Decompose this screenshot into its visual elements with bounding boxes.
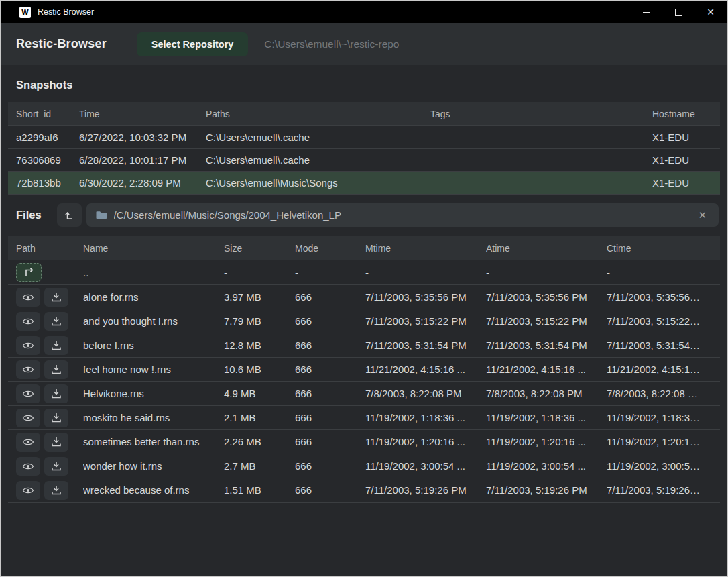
file-ctime: 11/19/2002, 3:00:54 ...: [607, 460, 712, 472]
snapshot-paths: C:\Users\emuell\.cache: [206, 132, 430, 143]
download-file-button[interactable]: [44, 312, 68, 331]
snapshot-row[interactable]: 76306869 6/28/2022, 10:01:17 PM C:\Users…: [8, 149, 720, 172]
eye-icon: [22, 365, 34, 374]
download-file-button[interactable]: [44, 481, 68, 500]
snapshot-hostname: X1-EDU: [652, 177, 712, 189]
download-file-button[interactable]: [44, 384, 68, 403]
folder-icon: [96, 210, 107, 220]
file-row[interactable]: Helvikone.rns 4.9 MB 666 7/8/2003, 8:22:…: [8, 382, 720, 406]
file-mtime: 11/19/2002, 3:00:54 ...: [365, 460, 486, 472]
download-icon: [51, 461, 62, 471]
file-row[interactable]: before I.rns 12.8 MB 666 7/11/2003, 5:31…: [8, 333, 720, 358]
preview-file-button[interactable]: [16, 433, 40, 452]
app-title: Restic-Browser: [16, 37, 107, 51]
snapshots-body: a2299af6 6/27/2022, 10:03:32 PM C:\Users…: [8, 126, 720, 195]
parent-size: -: [224, 267, 295, 278]
file-mode: 666: [295, 412, 365, 423]
eye-icon: [22, 341, 34, 350]
download-file-button[interactable]: [44, 360, 68, 379]
file-atime: 7/11/2003, 5:35:56 PM: [486, 291, 607, 303]
main-content: Snapshots Short_id Time Paths Tags Hostn…: [1, 65, 727, 576]
file-row[interactable]: wonder how it.rns 2.7 MB 666 11/19/2002,…: [8, 454, 720, 478]
snapshot-paths: C:\Users\emuell\Music\Songs: [206, 177, 430, 189]
snapshot-time: 6/30/2022, 2:28:09 PM: [79, 177, 206, 189]
preview-file-button[interactable]: [16, 336, 40, 355]
file-mtime: 7/11/2003, 5:35:56 PM: [365, 291, 486, 303]
file-size: 12.8 MB: [224, 339, 295, 351]
minimize-icon: [643, 12, 650, 13]
parent-mode: -: [295, 267, 365, 278]
file-atime: 11/19/2002, 1:18:36 ...: [486, 412, 607, 423]
download-file-button[interactable]: [44, 288, 68, 307]
download-icon: [51, 413, 62, 423]
download-icon: [51, 437, 62, 447]
preview-file-button[interactable]: [16, 360, 40, 379]
app-header: Restic-Browser Select Repository C:\User…: [1, 23, 727, 65]
file-mtime: 11/19/2002, 1:20:16 ...: [365, 436, 486, 448]
close-button[interactable]: ✕: [694, 1, 727, 23]
file-ctime: 11/19/2002, 1:20:16 ...: [607, 436, 712, 448]
download-file-button[interactable]: [44, 336, 68, 355]
file-size: 10.6 MB: [224, 364, 295, 375]
col-hostname: Hostname: [652, 109, 712, 119]
up-to-root-icon: [64, 210, 74, 221]
file-atime: 7/11/2003, 5:19:26 PM: [486, 484, 607, 496]
file-name: sometimes better than.rns: [83, 436, 224, 448]
download-file-button[interactable]: [44, 409, 68, 427]
file-mode: 666: [295, 315, 365, 327]
file-row[interactable]: wrecked because of.rns 1.51 MB 666 7/11/…: [8, 478, 720, 503]
file-mode: 666: [295, 460, 365, 472]
download-file-button[interactable]: [44, 433, 68, 452]
app-window: W Restic Browser ✕ Restic-Browser Select…: [0, 0, 728, 577]
file-row[interactable]: sometimes better than.rns 2.26 MB 666 11…: [8, 430, 720, 454]
file-name: before I.rns: [83, 339, 224, 351]
file-row[interactable]: feel home now !.rns 10.6 MB 666 11/21/20…: [8, 358, 720, 382]
col-mode: Mode: [295, 243, 365, 254]
file-row[interactable]: moskito he said.rns 2.1 MB 666 11/19/200…: [8, 406, 720, 430]
preview-file-button[interactable]: [16, 288, 40, 307]
maximize-button[interactable]: [662, 1, 694, 23]
parent-dir-row[interactable]: .. - - - - -: [8, 260, 720, 285]
file-ctime: 7/11/2003, 5:35:56 PM: [607, 291, 712, 303]
file-name: feel home now !.rns: [83, 364, 224, 375]
preview-file-button[interactable]: [16, 384, 40, 403]
snapshot-hostname: X1-EDU: [652, 132, 712, 143]
download-icon: [51, 364, 62, 374]
snapshots-title: Snapshots: [16, 78, 712, 91]
preview-file-button[interactable]: [16, 457, 40, 476]
snapshot-row[interactable]: a2299af6 6/27/2022, 10:03:32 PM C:\Users…: [8, 126, 720, 149]
snapshot-time: 6/28/2022, 10:01:17 PM: [79, 154, 206, 166]
file-name: Helvikone.rns: [83, 388, 224, 399]
go-parent-button[interactable]: [16, 263, 42, 282]
file-row[interactable]: alone for.rns 3.97 MB 666 7/11/2003, 5:3…: [8, 285, 720, 309]
snapshot-row[interactable]: 72b813bb 6/30/2022, 2:28:09 PM C:\Users\…: [8, 172, 720, 195]
file-name: and you thought I.rns: [83, 315, 224, 327]
preview-file-button[interactable]: [16, 312, 40, 331]
preview-file-button[interactable]: [16, 481, 40, 500]
eye-icon: [22, 389, 34, 399]
snapshot-time: 6/27/2022, 10:03:32 PM: [79, 132, 206, 143]
file-mtime: 7/11/2003, 5:19:26 PM: [365, 484, 486, 496]
file-mtime: 7/8/2003, 8:22:08 PM: [365, 388, 486, 399]
preview-file-button[interactable]: [16, 409, 40, 427]
file-size: 2.1 MB: [224, 412, 295, 423]
eye-icon: [22, 462, 34, 471]
file-size: 4.9 MB: [224, 388, 295, 399]
file-mode: 666: [295, 364, 365, 375]
file-mode: 666: [295, 436, 365, 448]
file-ctime: 11/19/2002, 1:18:36 ...: [607, 412, 712, 423]
set-root-button[interactable]: [57, 203, 82, 227]
minimize-button[interactable]: [630, 1, 662, 23]
file-atime: 7/11/2003, 5:31:54 PM: [486, 339, 607, 351]
file-row[interactable]: and you thought I.rns 7.79 MB 666 7/11/2…: [8, 309, 720, 333]
files-bar: Files /C/Users/emuell/Music/Songs/2004_H…: [9, 203, 719, 227]
select-repository-button[interactable]: Select Repository: [137, 32, 249, 56]
current-path-bar[interactable]: /C/Users/emuell/Music/Songs/2004_Helveti…: [86, 203, 719, 227]
eye-icon: [22, 293, 34, 302]
clear-path-button[interactable]: ✕: [695, 208, 709, 223]
file-ctime: 7/11/2003, 5:31:54 PM: [607, 339, 712, 351]
file-atime: 7/8/2003, 8:22:08 PM: [486, 388, 607, 399]
download-file-button[interactable]: [44, 457, 68, 476]
col-tags: Tags: [430, 109, 652, 119]
file-name: alone for.rns: [83, 291, 224, 303]
